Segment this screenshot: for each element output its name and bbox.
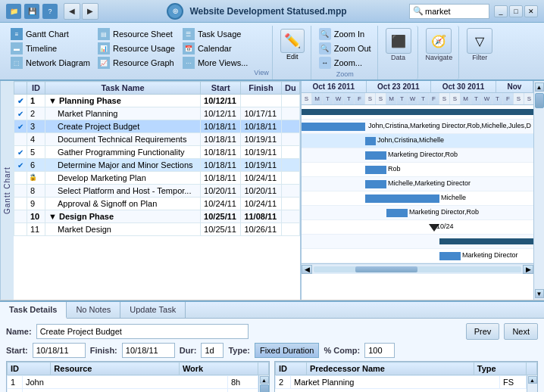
main-area: Gantt Chart ID Task Name Start Finish Du… [0,81,544,300]
gantt-day-row: S M T W T F S S M T W T F S S [302,93,533,104]
prev-button[interactable]: Prev [466,323,500,340]
table-row: ✔ 1 ▼ Planning Phase 10/12/11 [14,95,300,107]
table-row: 11 Market Design 10/25/11 10/26/11 [14,223,300,236]
zoom-dots-btn[interactable]: ↔ Zoom... [317,56,373,70]
table-row: 10 ▼ Design Phase 10/25/11 11/08/11 [14,210,300,223]
day-cell: S [376,93,386,104]
predecessors-table-scroll[interactable]: 2 Market Planning FS ▲ ▼ [275,375,537,392]
data-button[interactable]: ⬛ Data [380,26,418,79]
name-cell[interactable]: Determine Major and Minor Sections [45,159,201,172]
start-cell: 10/12/11 [201,95,241,107]
pred-scroll-up[interactable]: ▲ [528,376,537,384]
search-box[interactable]: 🔍 [409,4,489,19]
forward-button[interactable]: ▶ [82,3,98,20]
type-button[interactable]: Fixed Duration [255,343,320,358]
scroll-down-arrow[interactable]: ▼ [535,289,544,298]
scroll-up-arrow[interactable]: ▲ [535,82,544,92]
name-cell[interactable]: Gather Programming Functionality [45,146,201,159]
edit-button[interactable]: ✏️ Edit [274,26,311,79]
resources-table-scroll[interactable]: 1 John 8h 2 Cristina 8h 5 Mi [7,375,269,392]
close-button[interactable]: ✕ [524,5,538,17]
res-scroll-up[interactable]: ▲ [260,376,269,384]
gantt-chart-btn[interactable]: ≡ Gantt Chart [9,27,92,41]
gantt-chart-area: Oct 16 2011 Oct 23 2011 Oct 30 2011 Nov … [302,81,533,300]
timeline-btn[interactable]: ▬ Timeline [9,42,92,55]
gantt-scrollbar-h[interactable]: ◀ ▶ [302,263,533,274]
save-icon[interactable]: 💾 [24,4,39,19]
name-cell[interactable]: Select Platform and Host - Tempor... [45,185,201,198]
col-id[interactable]: ID [27,82,45,95]
name-cell[interactable]: ▼ Design Phase [45,210,201,223]
scroll-thumb-v[interactable] [535,93,544,108]
gantt-scrollbar-v[interactable]: ▲ ▼ [533,81,544,300]
day-cell: T [397,93,408,104]
scroll-left-arrow[interactable]: ◀ [302,265,312,274]
day-cell: M [461,93,471,104]
minimize-button[interactable]: _ [494,5,508,17]
filter-button[interactable]: ▽ Filter [461,26,499,79]
date-row: Start: Finish: Dur: Type: Fixed Duration… [6,343,538,358]
month-nov: Nov [496,81,533,92]
back-button[interactable]: ◀ [64,3,80,20]
col-finish[interactable]: Finish [241,82,281,95]
day-cell: M [312,93,323,104]
res-col-work: Work [179,362,258,375]
scroll-thumb-h[interactable] [355,266,417,272]
name-cell[interactable]: Approval & Signoff on Plan [45,198,201,210]
gantt-text: Michelle [441,194,466,201]
col-du[interactable]: Du [281,82,299,95]
name-cell[interactable]: ▼ Planning Phase [45,95,201,107]
res-table-scrollbar[interactable]: ▲ ▼ [258,375,269,392]
comp-input[interactable] [364,343,395,358]
name-cell[interactable]: Document Technical Requirements [45,133,201,146]
pred-table-scrollbar[interactable]: ▲ ▼ [527,375,537,392]
name-cell[interactable]: Create Project Budget [45,120,201,133]
gantt-text: Rob [388,165,401,173]
restore-button[interactable]: □ [509,5,523,17]
file-icon[interactable]: 📁 [6,4,21,19]
window-controls: _ □ ✕ [494,5,538,17]
name-cell[interactable]: Develop Marketing Plan [45,172,201,185]
toolbar-icons: 📁 💾 ? [6,4,58,19]
day-cell: W [333,93,344,104]
help-icon[interactable]: ? [42,4,58,19]
res-col-id: ID [8,362,51,375]
search-input[interactable] [425,7,486,16]
tab-update-task[interactable]: Update Task [120,302,186,318]
start-input[interactable] [33,343,86,358]
navigate-label: Navigate [426,54,453,61]
du-cell [281,95,299,107]
name-cell[interactable]: Market Design [45,223,201,236]
zoom-group-label: Zoom [317,70,373,78]
gantt-bar [386,209,408,217]
scroll-right-arrow[interactable]: ▶ [523,265,533,274]
resource-usage-btn[interactable]: 📊 Resource Usage [96,42,177,55]
resource-sheet-btn[interactable]: ▤ Resource Sheet [96,27,177,41]
network-diagram-btn[interactable]: ⬚ Network Diagram [9,56,92,70]
col-start[interactable]: Start [201,82,241,95]
res-scroll-thumb[interactable] [260,384,269,392]
more-views-btn[interactable]: ⋯ More Views... [181,56,249,70]
tab-task-details[interactable]: Task Details [0,302,67,319]
calendar-btn[interactable]: 📅 Calendar [181,42,249,55]
tab-no-notes[interactable]: No Notes [67,302,120,318]
col-name[interactable]: Task Name [45,82,201,95]
resource-graph-btn[interactable]: 📈 Resource Graph [96,56,177,70]
dur-input[interactable] [201,343,224,358]
zoom-out-btn[interactable]: 🔍 Zoom Out [317,42,373,55]
next-button[interactable]: Next [504,323,538,340]
task-tabs: Task Details No Notes Update Task [0,302,544,319]
day-cell: S [439,93,450,104]
day-cell: F [429,93,439,104]
type-label: Type: [228,346,250,355]
finish-input[interactable] [122,343,175,358]
name-input[interactable] [36,324,249,339]
app-logo: ◎ [167,3,183,20]
navigate-button[interactable]: 🧭 Navigate [420,26,460,79]
resource-sheet-icon: ▤ [98,28,110,40]
task-usage-btn[interactable]: ☰ Task Usage [181,27,249,41]
month-oct16: Oct 16 2011 [302,81,367,92]
name-cell[interactable]: Market Planning [45,107,201,120]
zoom-in-btn[interactable]: 🔍 Zoom In [317,27,373,41]
table-row: 2 Cristina 8h [8,389,258,393]
